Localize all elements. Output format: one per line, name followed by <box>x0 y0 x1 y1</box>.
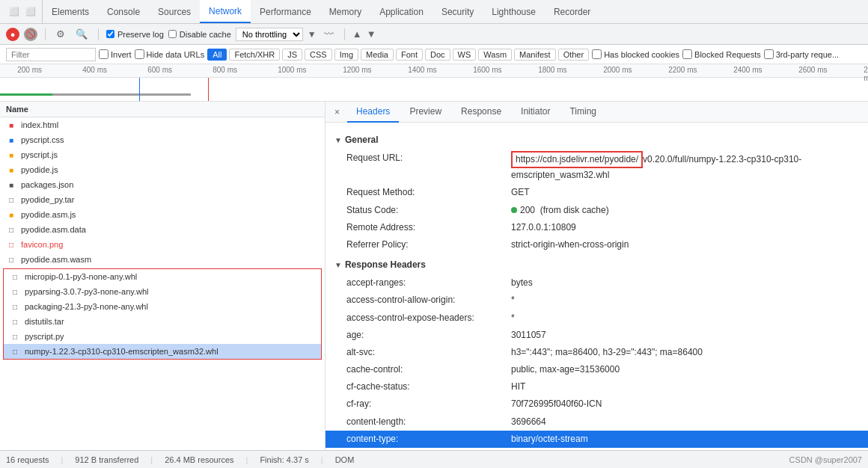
file-item-pyodide-asm-js[interactable]: ■ pyodide.asm.js <box>0 207 325 222</box>
timeline: 200 ms 400 ms 600 ms 800 ms 1000 ms 1200… <box>0 64 868 102</box>
file-item-pyodide-asm-data[interactable]: □ pyodide.asm.data <box>0 222 325 237</box>
upload-icon[interactable]: ▲ <box>352 28 362 40</box>
chip-doc[interactable]: Doc <box>425 49 450 61</box>
tab-application[interactable]: Application <box>370 0 433 23</box>
detail-tabs: × Headers Preview Response Initiator Tim… <box>326 102 868 123</box>
file-item-distutils[interactable]: □ distutils.tar <box>4 314 321 329</box>
toolbar-divider-1 <box>45 28 46 40</box>
blocked-requests-checkbox[interactable] <box>682 49 692 59</box>
main-layout: Name ■ index.html ■ pyscript.css ■ pyscr… <box>0 102 868 450</box>
disable-cache-label[interactable]: Disable cache <box>168 30 231 39</box>
blocked-requests-label[interactable]: Blocked Requests <box>682 49 761 59</box>
file-item-pyscript-css[interactable]: ■ pyscript.css <box>0 132 325 147</box>
third-party-checkbox[interactable] <box>764 49 774 59</box>
file-item-pyodide-asm-wasm[interactable]: □ pyodide.asm.wasm <box>0 252 325 267</box>
filter-bar: Invert Hide data URLs All Fetch/XHR JS C… <box>0 45 868 64</box>
filter-input[interactable] <box>6 48 96 61</box>
wasm-icon: □ <box>6 254 16 265</box>
resources-size: 26.4 MB resources <box>165 455 233 464</box>
invert-checkbox[interactable] <box>99 49 109 59</box>
tick-1400ms: 1400 ms <box>408 66 436 74</box>
disable-cache-checkbox[interactable] <box>168 30 177 38</box>
file-item-pyparsing[interactable]: □ pyparsing-3.0.7-py3-none-any.whl <box>4 284 321 299</box>
file-list: ■ index.html ■ pyscript.css ■ pyscript.j… <box>0 117 325 450</box>
file-item-packaging[interactable]: □ packaging-21.3-py3-none-any.whl <box>4 299 321 314</box>
file-item-numpy[interactable]: □ numpy-1.22.3-cp310-cp310-emscripten_wa… <box>4 344 321 359</box>
clear-button[interactable]: 🚫 <box>24 28 37 41</box>
response-headers-section-header: ▼ Response Headers <box>334 259 859 270</box>
chip-ws[interactable]: WS <box>453 49 477 61</box>
general-section-header: ▼ General <box>334 135 859 145</box>
file-item-micropip[interactable]: □ micropip-0.1-py3-none-any.whl <box>4 269 321 284</box>
download-icon[interactable]: ▼ <box>367 28 376 40</box>
search-icon[interactable]: 🔍 <box>73 27 91 41</box>
tab-network[interactable]: Network <box>200 0 251 23</box>
tab-sources[interactable]: Sources <box>149 0 200 23</box>
tick-1000ms: 1000 ms <box>278 66 306 74</box>
tab-lighthouse[interactable]: Lighthouse <box>483 0 545 23</box>
chip-font[interactable]: Font <box>396 49 423 61</box>
tick-600ms: 600 ms <box>147 66 172 74</box>
file-item-pyscript-js[interactable]: ■ pyscript.js <box>0 147 325 162</box>
access-control-allow-origin-row: access-control-allow-origin: * <box>334 292 859 309</box>
tab-memory[interactable]: Memory <box>320 0 370 23</box>
tick-2000ms: 2000 ms <box>603 66 632 74</box>
hide-data-urls-checkbox[interactable] <box>135 49 144 59</box>
request-method-row: Request Method: GET <box>334 184 859 201</box>
tab-console[interactable]: Console <box>98 0 149 23</box>
tab-recorder[interactable]: Recorder <box>545 0 599 23</box>
watermark: CSDN @super2007 <box>789 455 862 464</box>
throttle-select[interactable]: No throttling <box>236 28 303 41</box>
file-item-pyodide-py-tar[interactable]: □ pyodide_py.tar <box>0 192 325 207</box>
tab-performance[interactable]: Performance <box>251 0 320 23</box>
chip-fetch-xhr[interactable]: Fetch/XHR <box>229 49 280 61</box>
chip-css[interactable]: CSS <box>305 49 332 61</box>
chip-wasm[interactable]: Wasm <box>478 49 512 61</box>
detail-tab-initiator[interactable]: Initiator <box>512 102 559 123</box>
preserve-log-label[interactable]: Preserve log <box>106 30 164 39</box>
has-blocked-cookies-checkbox[interactable] <box>592 49 602 59</box>
toolbar: ● 🚫 ⚙ 🔍 Preserve log Disable cache No th… <box>0 24 868 45</box>
timeline-gray-bar <box>52 93 192 96</box>
third-party-label[interactable]: 3rd-party reque... <box>764 49 839 59</box>
tab-security[interactable]: Security <box>433 0 483 23</box>
tick-1600ms: 1600 ms <box>473 66 501 74</box>
devtools-icon-2: ⬜ <box>25 7 36 16</box>
chip-img[interactable]: Img <box>334 49 358 61</box>
devtools-icons: ⬜ ⬜ <box>3 0 43 23</box>
file-item-pyscript-py[interactable]: □ pyscript.py <box>4 329 321 344</box>
filter-chips: All Fetch/XHR JS CSS Img Media Font Doc … <box>207 49 589 61</box>
filter-icon[interactable]: ⚙ <box>53 27 68 41</box>
tick-400ms: 400 ms <box>82 66 107 74</box>
chip-media[interactable]: Media <box>361 49 394 61</box>
record-button[interactable]: ● <box>6 28 19 41</box>
file-panel: Name ■ index.html ■ pyscript.css ■ pyscr… <box>0 102 326 450</box>
divider-2: | <box>150 455 153 464</box>
tick-2600ms: 2600 ms <box>798 66 827 74</box>
tab-elements[interactable]: Elements <box>43 0 98 23</box>
chip-all[interactable]: All <box>207 49 227 61</box>
file-item-packages-json[interactable]: ■ packages.json <box>0 177 325 192</box>
timeline-ruler: 200 ms 400 ms 600 ms 800 ms 1000 ms 1200… <box>0 64 868 78</box>
invert-checkbox-label[interactable]: Invert <box>99 49 132 59</box>
detail-tab-preview[interactable]: Preview <box>400 102 450 123</box>
chip-other[interactable]: Other <box>558 49 590 61</box>
detail-tab-headers[interactable]: Headers <box>347 102 399 123</box>
detail-tab-timing[interactable]: Timing <box>560 102 605 123</box>
file-item-index-html[interactable]: ■ index.html <box>0 117 325 132</box>
file-item-favicon-png[interactable]: □ favicon.png <box>0 237 325 252</box>
detail-tab-response[interactable]: Response <box>452 102 510 123</box>
hide-data-urls-label[interactable]: Hide data URLs <box>135 49 205 59</box>
cache-control-row: cache-control: public, max-age=31536000 <box>334 361 859 378</box>
chip-js[interactable]: JS <box>282 49 302 61</box>
file-item-pyodide-js[interactable]: ■ pyodide.js <box>0 162 325 177</box>
tick-2400ms: 2400 ms <box>733 66 762 74</box>
chip-manifest[interactable]: Manifest <box>514 49 556 61</box>
toolbar-divider-2 <box>98 28 99 40</box>
whl-icon-4: □ <box>10 346 20 357</box>
preserve-log-checkbox[interactable] <box>106 30 114 38</box>
status-code-row: Status Code: 200 (from disk cache) <box>334 202 859 219</box>
has-blocked-cookies-label[interactable]: Has blocked cookies <box>592 49 679 59</box>
tick-800ms: 800 ms <box>213 66 237 74</box>
detail-close-button[interactable]: × <box>328 105 346 119</box>
